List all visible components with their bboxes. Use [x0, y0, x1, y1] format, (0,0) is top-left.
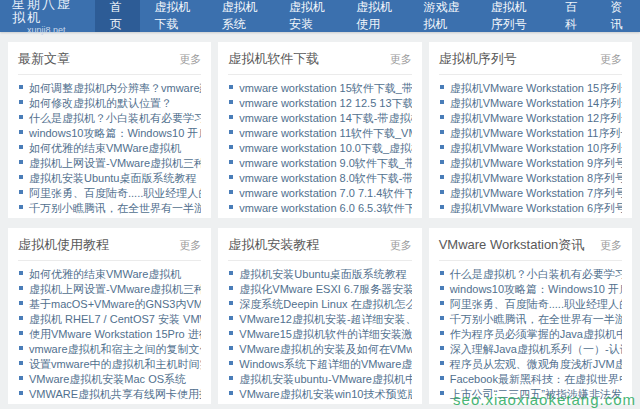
article-link[interactable]: VMware虚拟机的安装及如何在VMware中安装系统 [239, 343, 411, 355]
article-link[interactable]: vmware workstation 14下载-带虚拟机序列号_密钥 [239, 112, 411, 124]
nav-item-0[interactable]: 首页 [95, 0, 140, 32]
article-link[interactable]: 虚拟机VMware Workstation 9序列号、许可证、密钥 [450, 157, 622, 169]
article-link[interactable]: 虚拟机上网设置-VMware虚拟机三种网络模式详解 [29, 283, 201, 295]
bullet-icon [229, 331, 233, 335]
nav-item-4[interactable]: 虚拟机使用 [341, 0, 408, 32]
article-link[interactable]: 虚拟机 RHEL7 / CentOS7 安装 VMWare Tools [29, 313, 201, 325]
bullet-icon [229, 85, 233, 89]
list-item: 如何调整虚拟机内分辨率？vmware建议选择自动适 [18, 79, 201, 94]
article-link[interactable]: 千万别小瞧腾讯，在全世界有一半游戏大厂，都 [450, 313, 622, 325]
more-link[interactable]: 更多 [600, 238, 622, 253]
nav-item-1[interactable]: 虚拟机下载 [140, 0, 207, 32]
bullet-icon [229, 301, 233, 305]
article-link[interactable]: 虚拟机安装ubuntu-VMware虚拟机中安装Ubuntu14... [239, 373, 411, 385]
bullet-icon [440, 271, 444, 275]
article-link[interactable]: 作为程序员必须掌握的Java虚拟机中的22个重难点 [450, 328, 622, 340]
bullet-icon [19, 175, 23, 179]
list-item: vmware workstation 10.0下载_虚拟机序列号_密钥 [228, 139, 411, 154]
nav-item-3[interactable]: 虚拟机安装 [274, 0, 341, 32]
article-link[interactable]: windows10攻略篇：Windows10 开启Hyper-V和虚... [450, 283, 622, 295]
article-link[interactable]: vmware workstation 8.0软件下载-带虚拟机序列号 [239, 172, 411, 184]
article-link[interactable]: VMware12虚拟机安装-超详细安装、激活图解步骤 [239, 313, 411, 325]
article-link[interactable]: 虚拟机VMware Workstation 6序列号、许可证、密钥 [450, 202, 622, 214]
bullet-icon [440, 376, 444, 380]
article-link[interactable]: 千万别小瞧腾讯，在全世界有一半游戏大厂，都 [29, 202, 201, 214]
article-link[interactable]: VMWARE虚拟机共享有线网卡使用技巧 [29, 388, 201, 400]
list-item: windows10攻略篇：Windows10 开启Hyper-V和虚... [18, 124, 201, 139]
article-link[interactable]: 虚拟机安装Ubuntu桌面版系统教程 [239, 268, 406, 280]
list-item: vmware workstation 15软件下载_带虚拟机序列号 [228, 79, 411, 94]
article-link[interactable]: 什么是虚拟机？小白装机有必要学习吗？看看就 [450, 268, 622, 280]
article-link[interactable]: 什么是虚拟机？小白装机有必要学习吗？看看就 [29, 112, 201, 124]
bullet-icon [229, 115, 233, 119]
list-item: VMware12虚拟机安装-超详细安装、激活图解步骤 [228, 310, 411, 325]
nav-item-8[interactable]: 资讯 [595, 0, 640, 32]
article-link[interactable]: Facebook最新黑科技：在虚拟世界中复刻一个“真实 [450, 373, 622, 385]
article-link[interactable]: VMware虚拟机安装Mac OS系统 [29, 373, 186, 385]
bullet-icon [19, 115, 23, 119]
article-link[interactable]: VMware15虚拟机软件的详细安装激活教程 附带：许 [239, 328, 411, 340]
list-item: vmware workstation 11软件下载_VM序列号_密钥 [228, 124, 411, 139]
list-item: 虚拟化VMware ESXI 6.7服务器安装配置详细步骤图文 [228, 280, 411, 295]
bullet-icon [19, 190, 23, 194]
article-list: 虚拟机安装Ubuntu桌面版系统教程虚拟化VMware ESXI 6.7服务器安… [228, 265, 411, 400]
article-link[interactable]: 深度系统Deepin Linux 在虚拟机怎么安装_虚拟机安装 [239, 298, 411, 310]
article-link[interactable]: 阿里张勇、百度陆奇.....职业经理人的21项修炼 [450, 298, 622, 310]
article-link[interactable]: vmware workstation 10.0下载_虚拟机序列号_密钥 [239, 142, 411, 154]
article-link[interactable]: 虚拟机VMware Workstation 8序列号、许可证、密钥 [450, 172, 622, 184]
bullet-icon [19, 85, 23, 89]
article-link[interactable]: vmware workstation 7.0 7.1.4软件下载-带序列号 [239, 187, 411, 199]
article-link[interactable]: Windows系统下超详细的VMware虚拟机下载与安装 [239, 358, 411, 370]
article-link[interactable]: 虚拟化VMware ESXI 6.7服务器安装配置详细步骤图文 [239, 283, 411, 295]
list-item: Windows系统下超详细的VMware虚拟机下载与安装 [228, 355, 411, 370]
nav-item-2[interactable]: 虚拟机系统 [207, 0, 274, 32]
article-link[interactable]: vmware workstation 15软件下载_带虚拟机序列号 [239, 82, 411, 94]
article-link[interactable]: 上市公司“二三四五”被指涉嫌非法发行虚拟货 [450, 388, 622, 400]
article-link[interactable]: 如何优雅的结束VMWare虚拟机 [29, 268, 181, 280]
nav-item-6[interactable]: 虚拟机序列号 [476, 0, 551, 32]
list-item: 虚拟机VMware Workstation 9序列号、许可证、密钥 [439, 154, 622, 169]
article-link[interactable]: 虚拟机上网设置-VMware虚拟机三种网络模式详解 [29, 157, 201, 169]
panel-1: 虚拟机软件下载更多vmware workstation 15软件下载_带虚拟机序… [218, 42, 421, 218]
article-link[interactable]: vmware workstation 9.0软件下载_带虚拟机序列号 [239, 157, 411, 169]
article-link[interactable]: 如何修改虚拟机的默认位置？ [29, 97, 172, 109]
article-link[interactable]: 如何调整虚拟机内分辨率？vmware建议选择自动适 [29, 82, 201, 94]
more-link[interactable]: 更多 [179, 238, 201, 253]
list-item: 什么是虚拟机？小白装机有必要学习吗？看看就 [18, 109, 201, 124]
list-item: 虚拟机 RHEL7 / CentOS7 安装 VMWare Tools [18, 310, 201, 325]
article-link[interactable]: vmware workstation 6.0 6.5.3软件下载-带序列号 [239, 202, 411, 214]
article-link[interactable]: 虚拟机安装Ubuntu桌面版系统教程 [29, 172, 196, 184]
list-item: vmware workstation 9.0软件下载_带虚拟机序列号 [228, 154, 411, 169]
article-link[interactable]: windows10攻略篇：Windows10 开启Hyper-V和虚... [29, 127, 201, 139]
article-link[interactable]: 基于macOS+VMware的GNS3内VM上公网 [29, 298, 201, 310]
site-logo[interactable]: 星期八虚拟机 xunji8.net [0, 0, 95, 32]
list-item: VMware虚拟机安装win10技术预览版图文教程 [228, 385, 411, 400]
article-link[interactable]: vmware workstation 12 12.5 13下载_密钥序列号 [239, 97, 411, 109]
article-link[interactable]: 虚拟机VMware Workstation 15序列号、许可证、密... [450, 82, 622, 94]
article-link[interactable]: 虚拟机VMware Workstation 12序列号、许可证、密... [450, 112, 622, 124]
list-item: 作为程序员必须掌握的Java虚拟机中的22个重难点 [439, 325, 622, 340]
article-link[interactable]: 阿里张勇、百度陆奇.....职业经理人的21项修炼 [29, 187, 201, 199]
article-link[interactable]: 虚拟机VMware Workstation 11序列号、许可证、密... [450, 127, 622, 139]
list-item: VMware15虚拟机软件的详细安装激活教程 附带：许 [228, 325, 411, 340]
panel-header: 虚拟机安装教程更多 [228, 236, 411, 261]
nav-item-5[interactable]: 游戏虚拟机 [408, 0, 475, 32]
article-link[interactable]: vmware虚拟机和宿主之间的复制文件设置 [29, 343, 201, 355]
article-link[interactable]: 深入理解Java虚拟机系列（一）-认识JDK,JRE,JVM之间 [450, 343, 622, 355]
article-link[interactable]: 设置vmware中的虚拟机和主机时间实时同步 [29, 358, 201, 370]
more-link[interactable]: 更多 [390, 238, 412, 253]
nav-item-7[interactable]: 百科 [550, 0, 595, 32]
article-link[interactable]: vmware workstation 11软件下载_VM序列号_密钥 [239, 127, 411, 139]
article-link[interactable]: 虚拟机VMware Workstation 10序列号、许可证、密... [450, 142, 622, 154]
site-domain: xunji8.net [27, 25, 66, 36]
more-link[interactable]: 更多 [179, 52, 201, 67]
more-link[interactable]: 更多 [390, 52, 412, 67]
more-link[interactable]: 更多 [600, 52, 622, 67]
article-link[interactable]: 虚拟机VMware Workstation 14序列号、许可证、密... [450, 97, 622, 109]
bullet-icon [19, 160, 23, 164]
article-link[interactable]: 使用VMware Workstation 15Pro 进行UEFI启动 [29, 328, 201, 340]
article-link[interactable]: VMware虚拟机安装win10技术预览版图文教程 [239, 388, 411, 400]
article-link[interactable]: 程序员从宏观、微观角度浅析JVM虚拟机！ [450, 358, 622, 370]
article-link[interactable]: 虚拟机VMware Workstation 7序列号、许可证、密钥 [450, 187, 622, 199]
article-link[interactable]: 如何优雅的结束VMWare虚拟机 [29, 142, 181, 154]
